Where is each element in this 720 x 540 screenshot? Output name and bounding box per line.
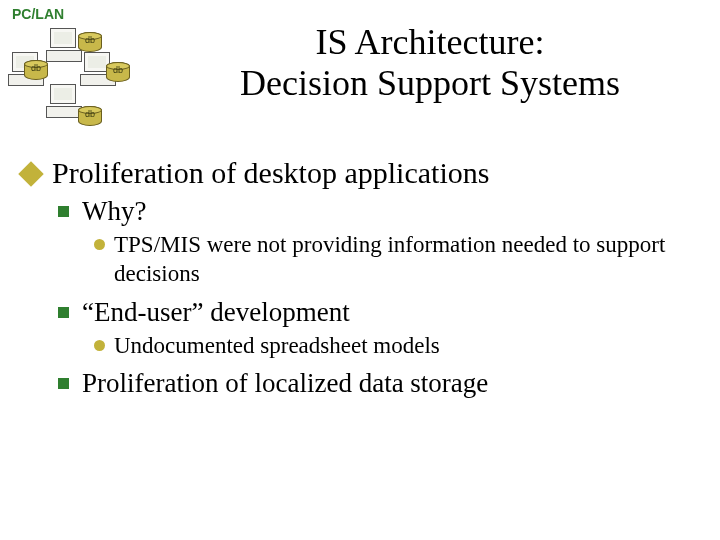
title-line-1: IS Architecture:: [150, 22, 710, 63]
db-label: db: [78, 109, 102, 119]
slide-body: Proliferation of desktop applications Wh…: [22, 150, 700, 403]
pc-lan-cluster-icon: db db db db: [8, 26, 158, 136]
bullet-text: Proliferation of localized data storage: [82, 368, 488, 398]
bullet-level-2: Why?: [58, 196, 700, 227]
database-icon: db: [24, 60, 48, 80]
bullet-text: TPS/MIS were not providing information n…: [114, 232, 665, 286]
db-label: db: [78, 35, 102, 45]
database-icon: db: [78, 32, 102, 52]
slide: PC/LAN db db db db IS Architecture: Deci…: [0, 0, 720, 540]
bullet-text: Proliferation of desktop applications: [52, 156, 489, 189]
square-bullet-icon: [58, 307, 69, 318]
bullet-level-3: TPS/MIS were not providing information n…: [94, 231, 700, 289]
database-icon: db: [78, 106, 102, 126]
circle-bullet-icon: [94, 340, 105, 351]
db-label: db: [24, 63, 48, 73]
square-bullet-icon: [58, 206, 69, 217]
bullet-text: Why?: [82, 196, 146, 226]
title-line-2: Decision Support Systems: [150, 63, 710, 104]
bullet-level-3: Undocumented spreadsheet models: [94, 332, 700, 361]
square-bullet-icon: [58, 378, 69, 389]
bullet-level-2: “End-user” development: [58, 297, 700, 328]
diamond-bullet-icon: [18, 161, 43, 186]
pc-lan-label: PC/LAN: [12, 6, 64, 22]
bullet-text: “End-user” development: [82, 297, 350, 327]
bullet-level-1: Proliferation of desktop applications: [22, 156, 700, 190]
circle-bullet-icon: [94, 239, 105, 250]
slide-title: IS Architecture: Decision Support System…: [150, 22, 710, 105]
bullet-level-2: Proliferation of localized data storage: [58, 368, 700, 399]
db-label: db: [106, 65, 130, 75]
bullet-text: Undocumented spreadsheet models: [114, 333, 440, 358]
database-icon: db: [106, 62, 130, 82]
